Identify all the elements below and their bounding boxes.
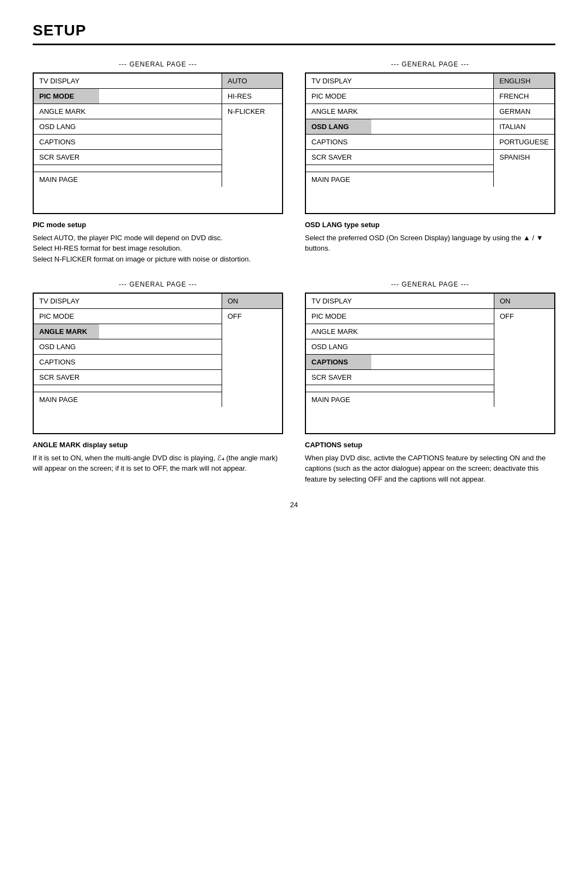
left-menu-top-right: TV DISPLAY PIC MODE ANGLE MARK OSD LANG … xyxy=(306,74,493,187)
spacer-cell-tl xyxy=(34,165,222,172)
menu-cell-main-page-bl[interactable]: MAIN PAGE xyxy=(34,392,99,407)
description-top-right: OSD LANG type setup Select the preferred… xyxy=(305,220,555,254)
menu-row-tv-display-tl: TV DISPLAY xyxy=(34,74,222,89)
menu-cell-captions-tr: CAPTIONS xyxy=(306,135,371,149)
section-label-bottom-right: --- GENERAL PAGE --- xyxy=(305,281,555,288)
submenu-br: ON OFF xyxy=(494,294,554,407)
menu-cell-pic-mode-bl: PIC MODE xyxy=(34,309,99,324)
menu-cell-scr-saver-bl: SCR SAVER xyxy=(34,370,99,385)
menu-cell-osd-lang-tr[interactable]: OSD LANG xyxy=(306,119,371,134)
submenu-tl: AUTO HI-RES N-FLICKER xyxy=(222,74,282,187)
submenu-english[interactable]: ENGLISH xyxy=(494,74,554,89)
menu-row-osd-lang-tl: OSD LANG xyxy=(34,119,222,135)
menu-row-captions-br: CAPTIONS xyxy=(306,355,494,370)
menu-box-top-left: TV DISPLAY PIC MODE ANGLE MARK OSD LANG … xyxy=(33,72,283,214)
desc-text-tl: Select AUTO, the player PIC mode will de… xyxy=(33,233,283,265)
submenu-italian[interactable]: ITALIAN xyxy=(494,119,554,135)
desc-title-br: CAPTIONS setup xyxy=(305,440,555,451)
menu-row-pic-mode-br: PIC MODE xyxy=(306,309,494,324)
spacer-br xyxy=(306,385,494,392)
section-bottom-left: --- GENERAL PAGE --- TV DISPLAY PIC MODE… xyxy=(33,281,283,484)
submenu-spanish[interactable]: SPANISH xyxy=(494,150,554,165)
spacer-cell-bl xyxy=(34,385,222,392)
menu-row-angle-mark-tl: ANGLE MARK xyxy=(34,104,222,119)
menu-cell-pic-mode-tr: PIC MODE xyxy=(306,89,371,104)
menu-row-tv-display-br: TV DISPLAY xyxy=(306,294,494,309)
spacer-tr xyxy=(306,165,493,172)
section-bottom-right: --- GENERAL PAGE --- TV DISPLAY PIC MODE… xyxy=(305,281,555,484)
menu-cell-main-page-tl[interactable]: MAIN PAGE xyxy=(34,172,99,187)
menu-row-pic-mode-tl: PIC MODE xyxy=(34,89,222,104)
desc-title-tr: OSD LANG type setup xyxy=(305,220,555,230)
menu-box-bottom-left: TV DISPLAY PIC MODE ANGLE MARK OSD LANG … xyxy=(33,293,283,434)
menu-row-angle-mark-bl: ANGLE MARK xyxy=(34,324,222,339)
submenu-hires[interactable]: HI-RES xyxy=(222,89,282,104)
submenu-tr: ENGLISH FRENCH GERMAN ITALIAN PORTUGUESE… xyxy=(493,74,554,187)
desc-title-bl: ANGLE MARK display setup xyxy=(33,440,283,451)
submenu-german[interactable]: GERMAN xyxy=(494,104,554,119)
description-bottom-left: ANGLE MARK display setup If it is set to… xyxy=(33,440,283,474)
section-top-left: --- GENERAL PAGE --- TV DISPLAY PIC MODE… xyxy=(33,60,283,264)
menu-row-tv-display-bl: TV DISPLAY xyxy=(34,294,222,309)
menu-row-main-page-tl: MAIN PAGE xyxy=(34,172,222,187)
submenu-off-bl[interactable]: OFF xyxy=(222,309,282,324)
desc-text-tr: Select the preferred OSD (On Screen Disp… xyxy=(305,233,555,254)
menu-cell-tv-display-bl: TV DISPLAY xyxy=(34,294,99,308)
menu-row-pic-mode-bl: PIC MODE xyxy=(34,309,222,324)
menu-row-scr-saver-br: SCR SAVER xyxy=(306,370,494,385)
submenu-auto[interactable]: AUTO xyxy=(222,74,282,89)
submenu-on-bl[interactable]: ON xyxy=(222,294,282,309)
menu-row-angle-mark-br: ANGLE MARK xyxy=(306,324,494,339)
menu-cell-captions-tl: CAPTIONS xyxy=(34,135,99,149)
menu-cell-main-page-br[interactable]: MAIN PAGE xyxy=(306,392,371,407)
menu-cell-captions-br[interactable]: CAPTIONS xyxy=(306,355,371,369)
section-label-top-right: --- GENERAL PAGE --- xyxy=(305,60,555,68)
menu-cell-osd-lang-bl: OSD LANG xyxy=(34,339,99,354)
submenu-on-br[interactable]: ON xyxy=(494,294,554,309)
menu-cell-scr-saver-tr: SCR SAVER xyxy=(306,150,371,165)
menu-row-osd-lang-br: OSD LANG xyxy=(306,339,494,355)
desc-text-bl: If it is set to ON, when the multi-angle… xyxy=(33,453,283,474)
spacer-cell-br xyxy=(306,385,494,392)
section-top-right: --- GENERAL PAGE --- TV DISPLAY PIC MODE… xyxy=(305,60,555,264)
menu-cell-angle-mark-bl[interactable]: ANGLE MARK xyxy=(34,324,99,339)
menu-cell-angle-mark-br: ANGLE MARK xyxy=(306,324,371,339)
section-label-bottom-left: --- GENERAL PAGE --- xyxy=(33,281,283,288)
page-number: 24 xyxy=(33,501,555,509)
menu-row-angle-mark-tr: ANGLE MARK xyxy=(306,104,493,119)
spacer-cell-tr xyxy=(306,165,493,172)
menu-cell-tv-display-br: TV DISPLAY xyxy=(306,294,371,308)
menu-row-osd-lang-tr: OSD LANG xyxy=(306,119,493,135)
menu-cell-tv-display-tl: TV DISPLAY xyxy=(34,74,99,88)
section-label-top-left: --- GENERAL PAGE --- xyxy=(33,60,283,68)
submenu-bl: ON OFF xyxy=(222,294,282,407)
submenu-french[interactable]: FRENCH xyxy=(494,89,554,104)
menu-cell-angle-mark-tl: ANGLE MARK xyxy=(34,104,99,119)
menu-box-top-right: TV DISPLAY PIC MODE ANGLE MARK OSD LANG … xyxy=(305,72,555,214)
menu-cell-scr-saver-br: SCR SAVER xyxy=(306,370,371,385)
menu-row-main-page-br: MAIN PAGE xyxy=(306,392,494,407)
menu-row-captions-tr: CAPTIONS xyxy=(306,135,493,150)
menu-cell-angle-mark-tr: ANGLE MARK xyxy=(306,104,371,119)
desc-title-tl: PIC mode setup xyxy=(33,220,283,230)
menu-row-scr-saver-tl: SCR SAVER xyxy=(34,150,222,165)
menu-cell-main-page-tr[interactable]: MAIN PAGE xyxy=(306,172,371,187)
spacer-bl xyxy=(34,385,222,392)
menu-cell-pic-mode-tl[interactable]: PIC MODE xyxy=(34,89,99,104)
left-menu-bottom-right: TV DISPLAY PIC MODE ANGLE MARK OSD LANG … xyxy=(306,294,494,407)
left-menu-bottom-left: TV DISPLAY PIC MODE ANGLE MARK OSD LANG … xyxy=(34,294,222,407)
menu-row-osd-lang-bl: OSD LANG xyxy=(34,339,222,355)
menu-cell-tv-display-tr: TV DISPLAY xyxy=(306,74,371,88)
menu-cell-captions-bl: CAPTIONS xyxy=(34,355,99,369)
menu-cell-pic-mode-br: PIC MODE xyxy=(306,309,371,324)
submenu-off-br[interactable]: OFF xyxy=(494,309,554,324)
submenu-nflicker[interactable]: N-FLICKER xyxy=(222,104,282,119)
menu-row-main-page-tr: MAIN PAGE xyxy=(306,172,493,187)
left-menu-top-left: TV DISPLAY PIC MODE ANGLE MARK OSD LANG … xyxy=(34,74,222,187)
submenu-portuguese[interactable]: PORTUGUESE xyxy=(494,135,554,150)
menu-row-captions-tl: CAPTIONS xyxy=(34,135,222,150)
spacer-tl xyxy=(34,165,222,172)
menu-cell-osd-lang-tl: OSD LANG xyxy=(34,119,99,134)
menu-cell-osd-lang-br: OSD LANG xyxy=(306,339,371,354)
menu-cell-scr-saver-tl: SCR SAVER xyxy=(34,150,99,165)
